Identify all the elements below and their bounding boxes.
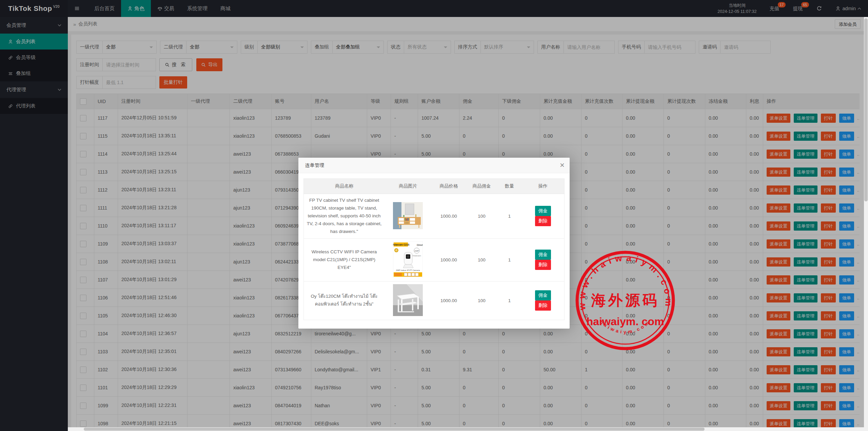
svg-text:2MP: 2MP [415, 250, 419, 252]
product-price: 1000.00 [431, 281, 466, 320]
svg-text:Onvif: Onvif [417, 243, 423, 247]
product-name: Oy โต๊ะ120CM โต๊ะทำงานไม้ โต๊ะคอมพิวเตอร… [304, 281, 385, 320]
product-qty: 1 [497, 194, 522, 239]
col-header: 商品佣金 [466, 179, 497, 194]
vertical-scrollbar[interactable] [864, 17, 868, 431]
delete-button[interactable]: 删除 [535, 300, 551, 311]
vertical-scrollbar-thumb[interactable] [864, 18, 868, 201]
product-name: Wireless CCTV WIFI IP Camera model C21(1… [304, 238, 385, 281]
product-commission: 100 [466, 281, 497, 320]
modal-title: 连单管理 [305, 162, 324, 168]
commission-button[interactable]: 佣金 [535, 250, 551, 260]
product-name: FP TV cabinet TV shelf TV cabinet 190CM,… [304, 194, 385, 239]
product-qty: 1 [497, 281, 522, 320]
product-actions: 佣金 删除 [522, 238, 565, 281]
delete-button[interactable]: 删除 [535, 260, 551, 270]
product-image-cell: Vstarcam C21S Onvif 2MP Vstarcam [384, 238, 431, 281]
svg-text:Vstarcam: Vstarcam [413, 255, 421, 257]
product-price: 1000.00 [431, 238, 466, 281]
product-row: FP TV cabinet TV shelf TV cabinet 190CM,… [304, 194, 565, 239]
horizontal-scrollbar-thumb[interactable] [84, 428, 705, 431]
product-commission: 100 [466, 238, 497, 281]
product-image-cell [384, 194, 431, 239]
col-header: 操作 [522, 179, 565, 194]
delete-button[interactable]: 删除 [535, 216, 551, 226]
product-image-tv-cabinet [393, 202, 423, 229]
product-table: 商品名称 商品图片 商品价格 商品佣金 数量 操作 FP TV cabinet … [303, 178, 565, 320]
product-header-row: 商品名称 商品图片 商品价格 商品佣金 数量 操作 [304, 179, 565, 194]
commission-button[interactable]: 佣金 [535, 290, 551, 300]
product-qty: 1 [497, 238, 522, 281]
product-price: 1000.00 [431, 194, 466, 239]
product-actions: 佣金 删除 [522, 194, 565, 239]
col-header: 商品名称 [304, 179, 385, 194]
product-image-camera: Vstarcam C21S Onvif 2MP Vstarcam [393, 241, 423, 277]
col-header: 商品价格 [431, 179, 466, 194]
product-row: Wireless CCTV WIFI IP Camera model C21(1… [304, 238, 565, 281]
modal-body: 商品名称 商品图片 商品价格 商品佣金 数量 操作 FP TV cabinet … [298, 173, 570, 329]
col-header: 数量 [497, 179, 522, 194]
svg-text:2MP Indoor IP PT Camera: 2MP Indoor IP PT Camera [396, 269, 420, 271]
product-commission: 100 [466, 194, 497, 239]
product-image-desk [393, 284, 423, 316]
product-image-cell [384, 281, 431, 320]
horizontal-scrollbar[interactable] [68, 427, 864, 431]
commission-button[interactable]: 佣金 [535, 206, 551, 216]
product-actions: 佣金 删除 [522, 281, 565, 320]
svg-text:Vstarcam C21S: Vstarcam C21S [393, 243, 410, 246]
modal-header: 连单管理 × [298, 158, 570, 173]
close-icon[interactable]: × [560, 158, 565, 172]
product-row: Oy โต๊ะ120CM โต๊ะทำงานไม้ โต๊ะคอมพิวเตอร… [304, 281, 565, 320]
col-header: 商品图片 [384, 179, 431, 194]
chain-order-modal: 连单管理 × 商品名称 商品图片 商品价格 商品佣金 数量 操作 [298, 158, 570, 329]
